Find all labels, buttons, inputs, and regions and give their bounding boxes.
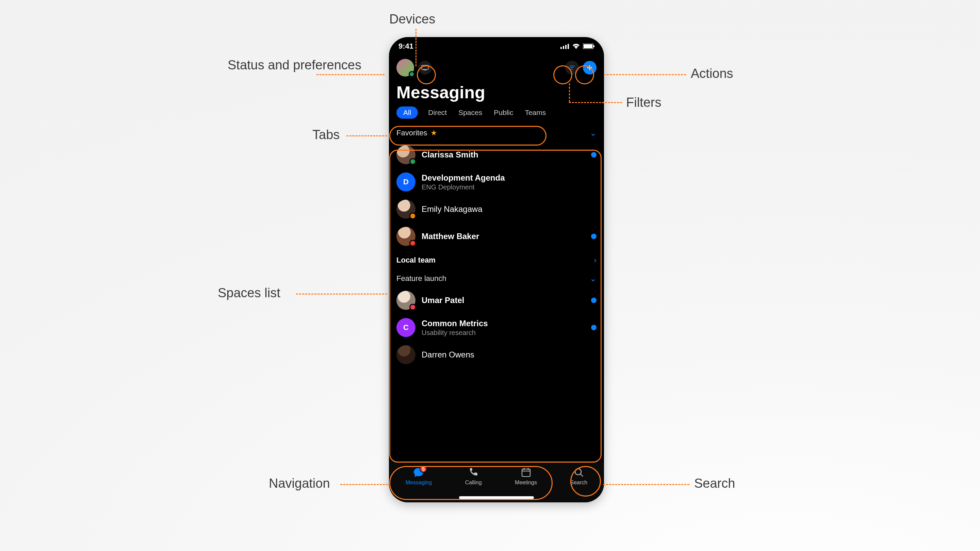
callout-tabs: Tabs [312,127,340,142]
wifi-icon [572,43,580,49]
tab-all[interactable]: All [396,106,418,119]
status-bar: 9:41 [389,37,604,56]
svg-rect-2 [565,45,566,49]
svg-rect-3 [568,44,569,49]
callout-statuspref: Status and preferences [228,58,313,73]
leader-line [569,102,622,103]
svg-rect-6 [593,45,595,47]
tab-public[interactable]: Public [492,106,514,119]
tabs-row: All Direct Spaces Public Teams [389,106,604,121]
presence-indicator [409,71,415,77]
callout-devices: Devices [389,12,435,27]
callout-actions: Actions [691,66,733,81]
leader-line [415,29,417,66]
callout-navigation: Navigation [269,476,330,491]
leader-line [347,135,387,137]
status-time: 9:41 [398,42,414,51]
highlight-ring [570,466,601,497]
leader-line [340,484,388,485]
svg-rect-1 [563,46,564,49]
highlight-ring [417,65,436,84]
svg-rect-5 [584,44,592,48]
leader-line [296,294,387,295]
chevron-down-icon: ⌄ [590,128,597,138]
highlight-ring [389,466,553,500]
tab-teams[interactable]: Teams [523,106,547,119]
highlight-ring [553,65,572,84]
highlight-ring [575,65,594,84]
callout-search: Search [694,476,735,491]
callout-filters: Filters [626,95,661,110]
profile-avatar[interactable] [396,59,414,76]
leader-line [569,83,570,102]
leader-line [317,74,385,75]
tab-spaces[interactable]: Spaces [457,106,484,119]
callout-spaces: Spaces list [218,286,280,300]
battery-icon [583,43,595,49]
leader-line [603,484,689,485]
tab-direct[interactable]: Direct [427,106,448,119]
svg-rect-0 [560,47,562,49]
status-icons [560,43,595,49]
leader-line [604,74,686,75]
highlight-ring [389,150,601,462]
signal-icon [560,43,569,49]
highlight-ring [389,126,546,146]
